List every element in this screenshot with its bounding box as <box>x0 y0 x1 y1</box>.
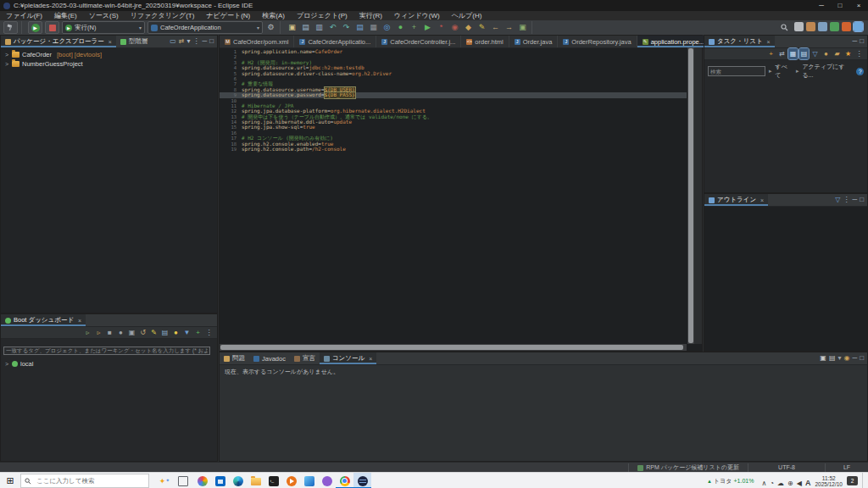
close-icon[interactable]: × <box>108 39 112 45</box>
editor-tab-CafeOrder/pom.xml[interactable]: MCafeOrder/pom.xml <box>220 36 294 47</box>
scrollbar-thumb[interactable] <box>688 48 693 343</box>
console-tab-Javadoc[interactable]: Javadoc <box>249 352 290 364</box>
tab-boot-dashboard[interactable]: Boot ダッシュボード × <box>1 314 86 326</box>
search-icon[interactable] <box>781 24 788 31</box>
editor-tab-order.html[interactable]: <>order.html <box>461 36 509 47</box>
help-icon[interactable]: ? <box>856 68 864 75</box>
console-tab-コンソール[interactable]: コンソール× <box>320 352 376 364</box>
menu-item-1[interactable]: 編集(E) <box>48 11 83 20</box>
taskbar-app-terminal-app[interactable] <box>264 473 282 488</box>
activate-link[interactable]: アクティブにする... <box>802 63 853 80</box>
code-content[interactable]: 1spring.application.name=CafeOrder23# H2… <box>220 49 687 344</box>
categorized-icon[interactable]: ▦ <box>788 48 798 59</box>
all-tasks-link[interactable]: すべて <box>776 63 793 80</box>
tree-item-NumberGuessProject[interactable]: >NumberGuessProject <box>1 59 217 69</box>
open-perspective-icon[interactable] <box>794 22 804 31</box>
hidden-icons-chevron[interactable]: ∧ <box>761 480 766 487</box>
menu-item-6[interactable]: プロジェクト(P) <box>291 11 353 20</box>
minimize-icon[interactable]: ─ <box>852 36 857 47</box>
new-project-icon[interactable]: + <box>409 21 420 34</box>
volume-icon[interactable]: ◀ <box>797 480 802 487</box>
restart-icon[interactable]: ● <box>116 327 125 338</box>
ime-icon[interactable]: A <box>805 479 811 487</box>
pin-console-icon[interactable]: ◉ <box>844 352 850 364</box>
bulb-icon[interactable]: ● <box>171 327 181 338</box>
expand-arrow-icon[interactable]: > <box>5 361 9 367</box>
collapse-all-icon[interactable]: ▭ <box>170 36 176 47</box>
run-button[interactable]: ▶ <box>28 21 42 34</box>
vertical-scrollbar[interactable] <box>687 47 694 344</box>
star-icon[interactable]: ★ <box>843 48 853 59</box>
mark-occurrences-icon[interactable]: ▦ <box>368 21 379 34</box>
open-browser-icon[interactable]: ▤ <box>160 327 170 338</box>
start-icon[interactable]: ▹ <box>83 327 92 338</box>
tab-type-hierarchy[interactable]: 型階層 <box>116 36 153 47</box>
editor-tab-CafeOrderController.j...[interactable]: JCafeOrderController.j... <box>376 36 461 47</box>
code-line-19[interactable]: 19spring.h2.console.path=/h2-console <box>220 147 687 152</box>
background-task[interactable]: RPM パッケージ候補リストの更新 <box>628 463 748 472</box>
close-icon[interactable]: × <box>369 356 372 362</box>
taskbar-app-chrome-browser[interactable] <box>336 473 353 488</box>
close-icon[interactable]: × <box>760 197 764 203</box>
taskbar-clock[interactable]: 11:52 2025/12/10 <box>815 475 843 487</box>
taskbar-app-microsoft-store[interactable] <box>211 473 229 488</box>
encoding-indicator[interactable]: UTF-8 <box>748 463 825 472</box>
view-menu-icon[interactable]: ⋮ <box>843 194 849 206</box>
synchronize-icon[interactable]: ⇄ <box>777 48 787 59</box>
stop-icon[interactable]: ■ <box>105 327 114 338</box>
expand-arrow-icon[interactable]: > <box>5 61 9 67</box>
java-perspective-icon[interactable] <box>854 22 863 31</box>
forward-icon[interactable]: → <box>504 21 515 34</box>
task-search-input[interactable] <box>708 66 765 76</box>
tag-icon[interactable]: ↺ <box>138 327 147 338</box>
save-all-icon[interactable]: ▥ <box>314 21 325 34</box>
maximize-icon[interactable]: □ <box>209 36 214 47</box>
annotations-icon[interactable]: ▤ <box>354 21 365 34</box>
search-input[interactable] <box>35 476 145 485</box>
menu-item-4[interactable]: ナビゲート(N) <box>200 11 256 20</box>
new-class-icon[interactable]: ◆ <box>463 21 474 34</box>
menu-item-5[interactable]: 検索(A) <box>256 11 291 20</box>
filter-icon[interactable]: ▽ <box>835 194 840 206</box>
menu-item-3[interactable]: リファクタリング(T) <box>125 11 201 20</box>
spring-perspective-icon[interactable] <box>842 22 851 31</box>
build-all-button[interactable] <box>3 21 18 34</box>
view-menu-icon[interactable]: ⋮ <box>192 36 199 47</box>
maximize-button[interactable]: □ <box>831 0 849 11</box>
new-task-icon[interactable]: + <box>766 48 776 59</box>
gear-icon[interactable]: ⚙ <box>265 21 276 34</box>
stop-button[interactable] <box>45 21 59 34</box>
debug-perspective-icon[interactable] <box>818 22 827 31</box>
taskbar-app-pinwheel-app[interactable] <box>193 473 211 488</box>
close-icon[interactable]: × <box>767 39 771 45</box>
filter-icon[interactable]: ▼ <box>182 327 192 338</box>
horizontal-scrollbar[interactable] <box>220 344 687 351</box>
text-editor[interactable]: 1spring.application.name=CafeOrder23# H2… <box>220 47 702 351</box>
folder-icon[interactable]: ▰ <box>832 48 842 59</box>
menu-item-7[interactable]: 実行(R) <box>353 11 388 20</box>
tab-package-explorer[interactable]: パッケージ・エクスプローラー × <box>1 36 116 47</box>
view-menu-icon[interactable]: ⋮ <box>854 48 864 59</box>
boot-target-local[interactable]: >local <box>1 359 217 369</box>
editor-tab-CafeOrderApplicatio...[interactable]: JCafeOrderApplicatio... <box>294 36 376 47</box>
menu-item-0[interactable]: ファイル(F) <box>0 11 48 20</box>
link-with-editor-icon[interactable]: ⇄ <box>179 36 185 47</box>
tab-task-list[interactable]: タスク・リスト × <box>704 36 775 47</box>
person-icon[interactable]: ● <box>821 48 831 59</box>
boot-filter-input[interactable] <box>3 347 210 355</box>
focus-on-active-task-icon[interactable]: ▾ <box>186 36 190 47</box>
start-button[interactable]: ⊞ <box>0 475 20 486</box>
taskbar-app-purple-app[interactable] <box>318 473 336 488</box>
menu-item-2[interactable]: ソース(S) <box>83 11 125 20</box>
cloud-icon[interactable]: ☁ <box>777 480 784 487</box>
check-updates-icon[interactable]: ◎ <box>381 21 392 34</box>
show-desktop-button[interactable] <box>862 473 866 488</box>
maximize-icon[interactable]: □ <box>860 194 864 206</box>
line-delimiter-indicator[interactable]: LF <box>825 463 868 472</box>
back-icon[interactable]: ← <box>490 21 501 34</box>
minimize-icon[interactable]: ─ <box>202 36 207 47</box>
run-icon[interactable]: ▶ <box>422 21 433 34</box>
taskbar-app-media-app[interactable] <box>282 473 300 488</box>
editor-tab-OrderRepository.java[interactable]: JOrderRepository.java <box>558 36 637 47</box>
debug-start-icon[interactable]: ▹ <box>94 327 103 338</box>
